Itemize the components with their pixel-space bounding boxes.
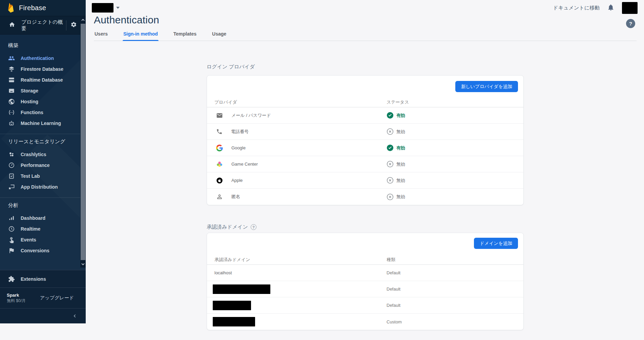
chevron-up-icon <box>81 19 85 21</box>
home-icon <box>9 21 15 29</box>
upgrade-button[interactable]: アップグレード <box>40 295 74 301</box>
topbar-right: ドキュメントに移動 <box>553 2 638 14</box>
provider-row-email-password[interactable]: メール / パスワード 有効 <box>207 107 523 124</box>
help-circle-icon[interactable]: ? <box>251 224 256 230</box>
anonymous-person-icon <box>216 193 223 200</box>
check-circle-icon <box>387 144 394 151</box>
provider-name: Google <box>231 145 246 150</box>
notifications-bell-icon[interactable] <box>607 4 615 13</box>
provider-status: 有効 <box>396 145 405 151</box>
plan-price: 無料 $0/月 <box>7 298 26 303</box>
redacted-avatar[interactable] <box>622 2 638 14</box>
sidebar-item-authentication[interactable]: Authentication <box>0 53 80 64</box>
sidebar-item-conversions[interactable]: Conversions <box>0 245 80 256</box>
sidebar-item-realtime-database[interactable]: Realtime Database <box>0 75 80 85</box>
sidebar-divider <box>0 134 80 134</box>
add-provider-button[interactable]: 新しいプロバイダを追加 <box>455 81 518 92</box>
sidebar-item-storage[interactable]: Storage <box>0 85 80 96</box>
page-title: Authentication <box>94 14 159 26</box>
providers-table-header: プロバイダ ステータス <box>207 97 523 107</box>
docs-link[interactable]: ドキュメントに移動 <box>553 5 600 11</box>
sidebar-item-label: Functions <box>21 110 43 115</box>
plan-name: Spark <box>7 293 26 298</box>
tab-templates[interactable]: Templates <box>173 30 197 41</box>
sidebar-item-hosting[interactable]: Hosting <box>0 96 80 107</box>
sidebar-item-realtime[interactable]: Realtime <box>0 224 80 234</box>
sidebar-item-label: Dashboard <box>21 215 45 221</box>
hosting-icon <box>8 98 15 105</box>
provider-name: Apple <box>231 178 243 183</box>
sidebar-item-events[interactable]: Events <box>0 234 80 245</box>
provider-status: 無効 <box>396 161 405 167</box>
provider-row-game-center[interactable]: Game Center 無効 <box>207 156 523 172</box>
phone-icon <box>216 128 223 135</box>
project-selector[interactable] <box>92 3 120 13</box>
provider-row-apple[interactable]: Apple 無効 <box>207 172 523 189</box>
scroll-down-button[interactable] <box>80 261 86 268</box>
sidebar-item-dashboard[interactable]: Dashboard <box>0 213 80 224</box>
sidebar-item-test-lab[interactable]: Test Lab <box>0 171 80 182</box>
provider-row-anonymous[interactable]: 匿名 無効 <box>207 189 523 205</box>
scrollbar-thumb[interactable] <box>81 24 85 260</box>
firebase-wordmark: Firebase <box>19 4 46 12</box>
provider-name: メール / パスワード <box>231 112 271 119</box>
provider-status: 無効 <box>396 129 405 135</box>
sidebar-collapse-button[interactable] <box>0 309 86 323</box>
provider-status: 無効 <box>396 194 405 200</box>
provider-status: 無効 <box>396 177 405 184</box>
sidebar-item-app-distribution[interactable]: App Distribution <box>0 182 80 192</box>
tab-usage[interactable]: Usage <box>211 30 227 41</box>
tab-sign-in-method[interactable]: Sign-in method <box>123 30 159 41</box>
chevron-down-icon <box>81 263 85 265</box>
providers-section-title: ログイン プロバイダ <box>207 64 255 70</box>
sidebar: Firebase プロジェクトの概要 構築 Authentication Fir… <box>0 0 86 323</box>
help-button[interactable]: ? <box>626 19 635 28</box>
performance-icon <box>8 162 15 169</box>
scroll-up-button[interactable] <box>80 17 86 23</box>
authentication-icon <box>8 55 15 62</box>
sidebar-divider <box>0 197 80 198</box>
provider-row-google[interactable]: Google 有効 <box>207 140 523 156</box>
sidebar-item-label: Machine Learning <box>21 121 61 126</box>
disabled-circle-icon <box>387 128 394 135</box>
tab-bar: Users Sign-in method Templates Usage <box>94 30 637 41</box>
app-distribution-icon <box>8 184 15 190</box>
domain-row: Default <box>207 281 523 297</box>
redacted-domain-name <box>213 317 255 326</box>
disabled-circle-icon <box>387 193 394 200</box>
sidebar-item-performance[interactable]: Performance <box>0 160 80 171</box>
sidebar-item-crashlytics[interactable]: Crashlytics <box>0 149 80 160</box>
plan-info: Spark 無料 $0/月 <box>7 293 26 303</box>
sidebar-item-functions[interactable]: Functions <box>0 107 80 118</box>
domain-type: Custom <box>387 319 402 324</box>
domains-section-title: 承認済みドメイン ? <box>207 224 256 230</box>
add-domain-button[interactable]: ドメインを追加 <box>474 238 518 249</box>
sidebar-scrollbar[interactable] <box>80 17 86 268</box>
realtime-database-icon <box>8 77 15 83</box>
sidebar-item-extensions[interactable]: Extensions <box>0 270 86 288</box>
column-header-status: ステータス <box>387 99 523 105</box>
provider-row-phone[interactable]: 電話番号 無効 <box>207 124 523 140</box>
conversions-icon <box>8 247 15 254</box>
firestore-icon <box>8 66 15 72</box>
domains-card: ドメインを追加 承認済みドメイン 種類 localhost Default <box>207 233 524 330</box>
firebase-logo-row[interactable]: Firebase <box>0 0 86 16</box>
realtime-icon <box>8 226 15 232</box>
project-settings-gear-icon[interactable] <box>70 21 77 29</box>
redacted-domain-name <box>213 284 270 294</box>
functions-icon <box>8 109 15 116</box>
section-label-build: 構築 <box>8 42 80 49</box>
sidebar-item-label: Performance <box>21 163 50 168</box>
domain-row: Custom <box>207 314 523 330</box>
tab-users[interactable]: Users <box>94 30 108 41</box>
domain-name: localhost <box>214 270 232 275</box>
sidebar-item-label: Events <box>21 237 36 242</box>
divider <box>66 20 66 30</box>
disabled-circle-icon <box>387 161 394 168</box>
project-overview-label: プロジェクトの概要 <box>21 19 66 32</box>
sidebar-item-firestore-database[interactable]: Firestore Database <box>0 64 80 75</box>
provider-status: 有効 <box>396 112 405 119</box>
project-overview-row[interactable]: プロジェクトの概要 <box>0 16 86 35</box>
providers-card: 新しいプロバイダを追加 プロバイダ ステータス メール / パスワード 有効 <box>207 75 524 205</box>
sidebar-item-machine-learning[interactable]: Machine Learning <box>0 118 80 129</box>
